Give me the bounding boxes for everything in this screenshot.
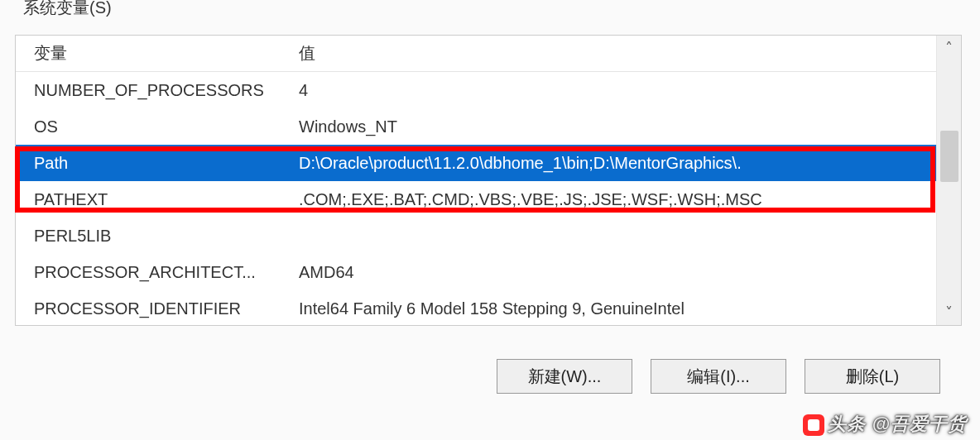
- new-button[interactable]: 新建(W)...: [497, 359, 632, 394]
- table-row-selected[interactable]: Path D:\Oracle\product\11.2.0\dbhome_1\b…: [16, 145, 961, 181]
- table-row[interactable]: PROCESSOR_IDENTIFIER Intel64 Family 6 Mo…: [16, 290, 961, 325]
- variables-listview[interactable]: 变量 值 NUMBER_OF_PROCESSORS 4 OS Windows_N…: [15, 35, 962, 326]
- cell-name: PROCESSOR_IDENTIFIER: [16, 299, 295, 318]
- cell-name: PROCESSOR_ARCHITECT...: [16, 263, 295, 282]
- edit-button[interactable]: 编辑(I)...: [651, 359, 786, 394]
- system-variables-group: 系统变量(S) 变量 值 NUMBER_OF_PROCESSORS 4 OS W…: [3, 0, 977, 440]
- cell-value: Intel64 Family 6 Model 158 Stepping 9, G…: [295, 299, 961, 318]
- watermark-text: 头条 @吾爱干货: [803, 412, 967, 437]
- scroll-down-icon[interactable]: ˅: [937, 300, 961, 325]
- table-row[interactable]: OS Windows_NT: [16, 108, 961, 145]
- button-bar: 新建(W)... 编辑(I)... 删除(L): [3, 334, 977, 394]
- watermark-logo-icon: [803, 414, 824, 436]
- column-headers[interactable]: 变量 值: [16, 36, 961, 72]
- cell-name: PATHEXT: [16, 190, 295, 209]
- table-row[interactable]: NUMBER_OF_PROCESSORS 4: [16, 72, 961, 108]
- group-title: 系统变量(S): [18, 0, 117, 19]
- cell-value: Windows_NT: [295, 117, 961, 136]
- header-value[interactable]: 值: [295, 42, 961, 65]
- cell-name: OS: [16, 117, 295, 136]
- rows-container: NUMBER_OF_PROCESSORS 4 OS Windows_NT Pat…: [16, 72, 961, 325]
- cell-name: NUMBER_OF_PROCESSORS: [16, 81, 295, 100]
- table-row[interactable]: PATHEXT .COM;.EXE;.BAT;.CMD;.VBS;.VBE;.J…: [16, 181, 961, 218]
- cell-value: D:\Oracle\product\11.2.0\dbhome_1\bin;D:…: [295, 154, 961, 173]
- cell-name: PERL5LIB: [16, 227, 295, 246]
- header-variable[interactable]: 变量: [16, 42, 295, 65]
- delete-button[interactable]: 删除(L): [805, 359, 940, 394]
- table-row[interactable]: PERL5LIB: [16, 218, 961, 254]
- scroll-thumb[interactable]: [940, 131, 958, 182]
- vertical-scrollbar[interactable]: ˄ ˅: [936, 36, 961, 325]
- cell-value: .COM;.EXE;.BAT;.CMD;.VBS;.VBE;.JS;.JSE;.…: [295, 190, 961, 209]
- cell-name: Path: [16, 154, 295, 173]
- cell-value: AMD64: [295, 263, 961, 282]
- cell-value: 4: [295, 81, 961, 100]
- table-row[interactable]: PROCESSOR_ARCHITECT... AMD64: [16, 254, 961, 290]
- scroll-up-icon[interactable]: ˄: [937, 36, 961, 60]
